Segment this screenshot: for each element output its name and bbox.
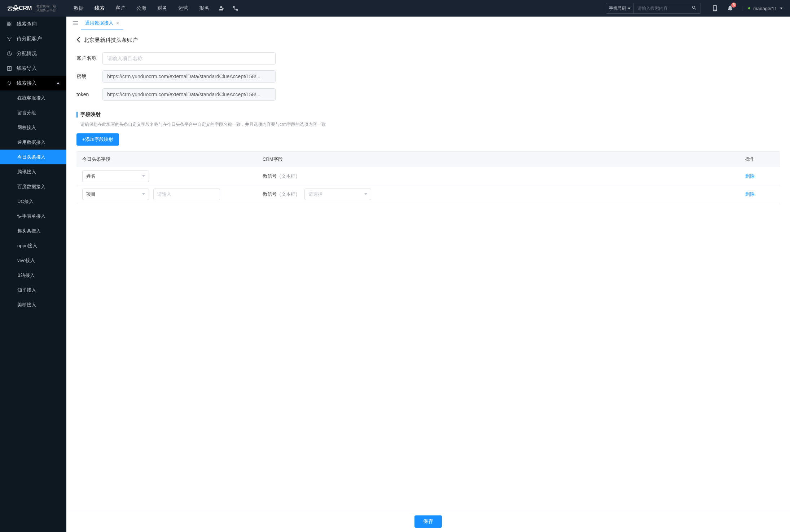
nav-finance[interactable]: 财务 <box>157 5 167 12</box>
sidebar-item-3[interactable]: 线索导入 <box>0 61 66 76</box>
status-dot-icon <box>748 7 750 9</box>
crm-field-select[interactable]: 请选择 <box>304 189 371 200</box>
mapping-hint: 请确保您在此填写的头条自定义字段名称与在今日头条平台中自定义的字段名称一致，并且… <box>80 121 780 128</box>
table-row: 姓名 微信号（文本框） 删除 <box>76 167 780 185</box>
top-nav: 数据 线索 客户 公海 财务 运营 报名 <box>74 5 209 12</box>
chevron-left-icon <box>76 37 80 43</box>
toutiao-field-select[interactable]: 项目 <box>82 189 149 200</box>
sidebar-item-1[interactable]: 待分配客户 <box>0 31 66 46</box>
chevron-up-icon <box>56 82 60 84</box>
search-box: 手机号码 <box>606 3 701 14</box>
sidebar-sub-11[interactable]: vivo接入 <box>0 253 66 268</box>
mapping-section-header: 字段映射 <box>76 111 780 118</box>
search-button[interactable] <box>688 5 701 12</box>
grid-icon <box>6 21 12 27</box>
tab-general-data-access[interactable]: 通用数据接入 × <box>81 17 123 30</box>
sidebar-sub-5[interactable]: 腾讯接入 <box>0 164 66 179</box>
column-toutiao: 今日头条字段 <box>82 156 263 163</box>
save-button[interactable]: 保存 <box>414 515 442 528</box>
crm-field-label: 微信号（文本框） <box>263 191 300 198</box>
toutiao-field-select[interactable]: 姓名 <box>82 170 149 182</box>
footer-bar: 保存 <box>66 511 790 532</box>
page-header: 北京昱新科技头条账户 <box>76 37 780 44</box>
sidebar: 线索查询待分配客户分配情况线索导入线索接入在线客服接入留言分组网校接入通用数据接… <box>0 17 66 532</box>
chevron-down-icon <box>628 8 631 9</box>
pie-icon <box>6 51 12 57</box>
search-icon <box>692 5 697 10</box>
sidebar-sub-14[interactable]: 美柚接入 <box>0 297 66 312</box>
nav-signup[interactable]: 报名 <box>199 5 209 12</box>
account-name-input[interactable] <box>102 52 276 65</box>
sidebar-sub-9[interactable]: 趣头条接入 <box>0 223 66 238</box>
add-mapping-button[interactable]: +添加字段映射 <box>76 133 119 146</box>
sidebar-item-2[interactable]: 分配情况 <box>0 46 66 61</box>
svg-rect-1 <box>10 22 11 23</box>
main-area: 通用数据接入 × 北京昱新科技头条账户 账户名称 密钥 token <box>66 17 790 532</box>
sidebar-item-4[interactable]: 线索接入 <box>0 76 66 90</box>
account-name-row: 账户名称 <box>76 52 780 65</box>
user-add-icon[interactable] <box>218 5 224 12</box>
sidebar-sub-0[interactable]: 在线客服接入 <box>0 90 66 105</box>
sidebar-sub-6[interactable]: 百度数据接入 <box>0 179 66 194</box>
logo-area: 云朵CRM 教育机构一站 式服务云平台 <box>7 4 66 12</box>
close-icon[interactable]: × <box>116 20 119 26</box>
nav-clue[interactable]: 线索 <box>95 5 105 12</box>
chevron-down-icon <box>780 8 783 9</box>
sidebar-sub-2[interactable]: 网校接入 <box>0 120 66 135</box>
logo-text: 云朵CRM <box>7 5 32 12</box>
sidebar-item-label: 线索导入 <box>17 65 37 72</box>
crm-field-label: 微信号（文本框） <box>263 173 300 179</box>
page-content: 北京昱新科技头条账户 账户名称 密钥 token 字段映射 请确保您在此填写的头… <box>66 30 790 532</box>
sidebar-sub-8[interactable]: 快手表单接入 <box>0 209 66 223</box>
back-button[interactable] <box>76 37 80 44</box>
delete-button[interactable]: 删除 <box>745 191 755 197</box>
sidebar-item-0[interactable]: 线索查询 <box>0 17 66 31</box>
svg-rect-2 <box>7 24 9 26</box>
mapping-title: 字段映射 <box>80 111 101 118</box>
column-crm: CRM字段 <box>263 156 745 163</box>
sidebar-sub-3[interactable]: 通用数据接入 <box>0 135 66 150</box>
sidebar-sub-10[interactable]: oppo接入 <box>0 238 66 253</box>
svg-rect-0 <box>7 22 9 23</box>
toutiao-extra-input[interactable] <box>153 189 220 200</box>
nav-operation[interactable]: 运营 <box>178 5 188 12</box>
tab-label: 通用数据接入 <box>85 20 113 26</box>
sidebar-sub-12[interactable]: B站接入 <box>0 268 66 283</box>
logo-subtitle: 教育机构一站 式服务云平台 <box>34 4 56 12</box>
plug-icon <box>6 80 12 86</box>
sidebar-sub-1[interactable]: 留言分组 <box>0 105 66 120</box>
account-name-label: 账户名称 <box>76 55 102 62</box>
secret-label: 密钥 <box>76 73 102 80</box>
phone-icon[interactable] <box>232 5 239 12</box>
sidebar-item-label: 待分配客户 <box>17 36 42 42</box>
token-input[interactable] <box>102 88 276 101</box>
top-icon-group <box>218 5 239 12</box>
secret-row: 密钥 <box>76 70 780 83</box>
sidebar-sub-13[interactable]: 知乎接入 <box>0 283 66 297</box>
collapse-sidebar-button[interactable] <box>70 19 81 28</box>
search-input[interactable] <box>634 6 688 11</box>
export-icon <box>6 66 12 71</box>
sidebar-item-label: 分配情况 <box>17 50 37 57</box>
mapping-table-header: 今日头条字段 CRM字段 操作 <box>76 151 780 167</box>
filter-icon <box>6 36 12 42</box>
secret-input[interactable] <box>102 70 276 83</box>
top-header: 云朵CRM 教育机构一站 式服务云平台 数据 线索 客户 公海 财务 运营 报名… <box>0 0 790 17</box>
page-title: 北京昱新科技头条账户 <box>84 37 138 44</box>
notification-bell[interactable]: 5 <box>727 5 733 12</box>
sidebar-sub-4[interactable]: 今日头条接入 <box>0 150 66 164</box>
user-menu[interactable]: manager11 <box>742 6 783 11</box>
sidebar-item-label: 线索接入 <box>17 80 37 87</box>
search-type-label: 手机号码 <box>609 5 626 12</box>
nav-data[interactable]: 数据 <box>74 5 84 12</box>
nav-customer[interactable]: 客户 <box>115 5 126 12</box>
mobile-icon[interactable] <box>712 5 718 12</box>
username: manager11 <box>753 6 777 11</box>
sidebar-sub-7[interactable]: UC接入 <box>0 194 66 209</box>
nav-sea[interactable]: 公海 <box>136 5 146 12</box>
delete-button[interactable]: 删除 <box>745 173 755 179</box>
header-right: 5 manager11 <box>712 5 783 12</box>
section-bar-icon <box>76 112 78 118</box>
notification-count: 5 <box>731 3 736 8</box>
search-type-select[interactable]: 手机号码 <box>606 3 634 13</box>
